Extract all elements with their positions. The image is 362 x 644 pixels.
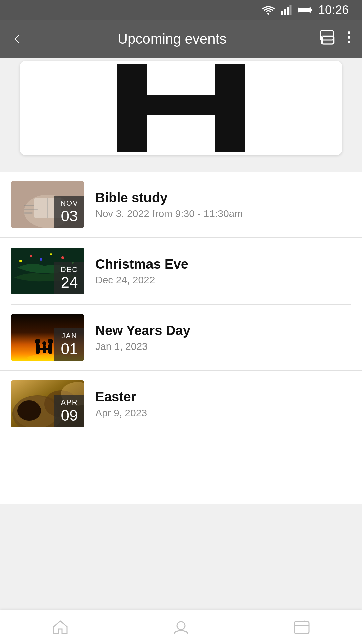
event-item[interactable]: DEC 24 Christmas Eve Dec 24, 2022 <box>0 238 362 304</box>
event-info: Bible study Nov 3, 2022 from 9:30 - 11:3… <box>84 190 351 219</box>
svg-point-36 <box>42 341 46 345</box>
event-day: 24 <box>60 274 79 291</box>
event-date: Jan 1, 2023 <box>95 341 351 352</box>
svg-rect-15 <box>117 95 225 115</box>
event-date-overlay: NOV 03 <box>54 196 84 228</box>
event-title: Easter <box>95 389 351 405</box>
bottom-space <box>0 437 362 504</box>
page-title: Upcoming events <box>35 31 309 47</box>
svg-rect-37 <box>43 345 46 353</box>
svg-rect-24 <box>24 212 33 214</box>
event-month: NOV <box>60 199 79 208</box>
svg-point-48 <box>177 622 185 630</box>
event-month: DEC <box>60 265 79 274</box>
nav-icon-1[interactable] <box>50 618 70 636</box>
bottom-nav <box>0 610 362 644</box>
nav-icon-3[interactable] <box>292 618 312 636</box>
svg-point-26 <box>19 260 22 262</box>
event-thumbnail-christmas-eve: DEC 24 <box>11 248 84 294</box>
chat-icon[interactable] <box>320 30 336 48</box>
event-thumbnail-easter: APR 09 <box>11 380 84 427</box>
svg-rect-7 <box>298 8 310 12</box>
svg-rect-1 <box>281 11 283 15</box>
svg-rect-4 <box>289 5 291 15</box>
event-item[interactable]: JAN 01 New Years Day Jan 1, 2023 <box>0 305 362 371</box>
toolbar: Upcoming events <box>0 20 362 58</box>
svg-point-27 <box>30 255 32 257</box>
event-title: Christmas Eve <box>95 257 351 272</box>
event-info: Easter Apr 9, 2023 <box>84 389 351 419</box>
battery-icon <box>298 6 312 14</box>
svg-rect-23 <box>24 209 38 210</box>
svg-point-13 <box>348 41 350 43</box>
event-date: Dec 24, 2022 <box>95 274 351 286</box>
svg-point-29 <box>50 253 52 255</box>
event-month: JAN <box>60 332 79 340</box>
toolbar-actions <box>320 30 351 48</box>
event-month: APR <box>60 398 79 407</box>
content-area: NOV 03 Bible study Nov 3, 2022 from 9:30… <box>0 58 362 644</box>
svg-point-45 <box>17 400 41 421</box>
event-thumbnail-bible-study: NOV 03 <box>11 181 84 228</box>
event-day: 01 <box>60 340 79 358</box>
svg-point-34 <box>35 339 40 344</box>
svg-rect-2 <box>284 9 286 15</box>
event-info: Christmas Eve Dec 24, 2022 <box>84 257 351 286</box>
event-item[interactable]: APR 09 Easter Apr 9, 2023 <box>0 371 362 437</box>
event-date-overlay: JAN 01 <box>54 328 84 361</box>
signal-icon <box>281 5 292 15</box>
svg-rect-22 <box>24 205 34 206</box>
svg-rect-17 <box>147 71 201 88</box>
more-options-icon[interactable] <box>347 30 351 48</box>
svg-point-0 <box>267 13 269 15</box>
event-date-overlay: APR 09 <box>54 395 84 427</box>
event-date-overlay: DEC 24 <box>54 262 84 294</box>
event-date: Nov 3, 2022 from 9:30 - 11:30am <box>95 208 351 219</box>
hero-card[interactable] <box>20 61 342 155</box>
svg-rect-49 <box>294 622 309 633</box>
event-date: Apr 9, 2023 <box>95 407 351 419</box>
svg-point-28 <box>40 258 42 261</box>
nav-icon-2[interactable] <box>171 618 191 636</box>
svg-rect-35 <box>36 344 40 354</box>
event-title: New Years Day <box>95 323 351 338</box>
svg-point-38 <box>48 339 53 344</box>
status-icons: 10:26 <box>262 3 349 17</box>
status-time: 10:26 <box>318 3 349 17</box>
svg-point-12 <box>348 36 350 39</box>
event-day: 09 <box>60 407 79 424</box>
svg-point-30 <box>61 256 64 259</box>
event-thumbnail-new-years-day: JAN 01 <box>11 314 84 361</box>
svg-point-11 <box>348 31 350 34</box>
event-day: 03 <box>60 208 79 225</box>
svg-rect-6 <box>310 9 312 11</box>
svg-rect-39 <box>48 344 52 354</box>
events-list: NOV 03 Bible study Nov 3, 2022 from 9:30… <box>0 172 362 437</box>
svg-rect-3 <box>287 7 289 15</box>
event-item[interactable]: NOV 03 Bible study Nov 3, 2022 from 9:30… <box>0 172 362 238</box>
svg-rect-16 <box>215 64 245 152</box>
status-bar: 10:26 <box>0 0 362 20</box>
wifi-icon <box>262 5 275 15</box>
back-button[interactable] <box>11 32 24 46</box>
event-info: New Years Day Jan 1, 2023 <box>84 323 351 352</box>
event-title: Bible study <box>95 190 351 205</box>
hero-image <box>20 61 342 155</box>
